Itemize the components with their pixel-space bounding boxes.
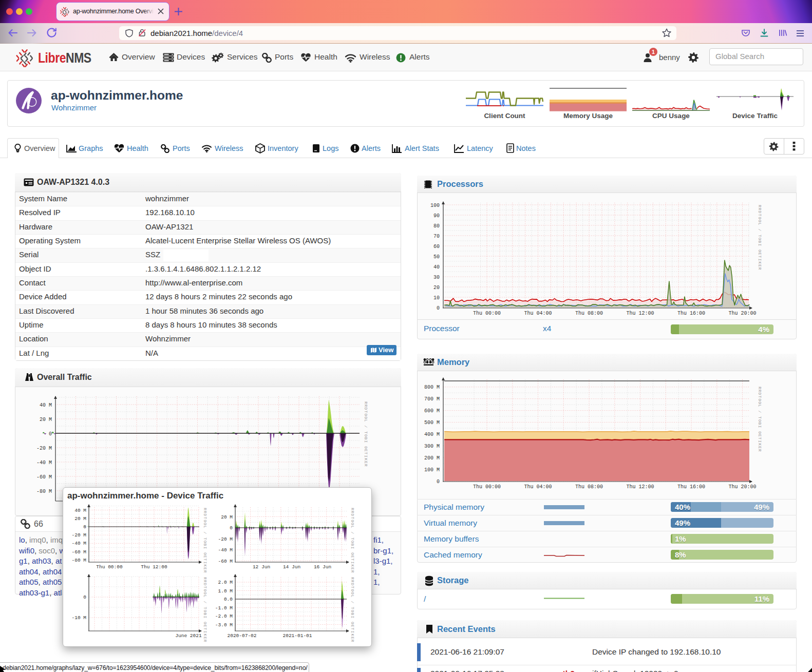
svg-text:Thu 08:00: Thu 08:00 bbox=[575, 311, 603, 316]
svg-text:0: 0 bbox=[83, 594, 86, 600]
svg-text:Thu 00:00: Thu 00:00 bbox=[473, 484, 501, 490]
svg-text:-20 M: -20 M bbox=[71, 532, 86, 538]
svg-text:100: 100 bbox=[430, 203, 440, 208]
svg-text:-20 M: -20 M bbox=[218, 536, 233, 542]
svg-text:14 Jun: 14 Jun bbox=[283, 564, 300, 570]
svg-text:-40 M: -40 M bbox=[71, 541, 86, 546]
svg-text:Thu 20:00: Thu 20:00 bbox=[728, 311, 756, 316]
svg-text:Thu 12:00: Thu 12:00 bbox=[626, 311, 654, 316]
svg-text:-60 M: -60 M bbox=[218, 559, 233, 564]
svg-text:RRDTOOL / TOBI OETIKER: RRDTOOL / TOBI OETIKER bbox=[758, 387, 762, 452]
svg-text:2.0 M: 2.0 M bbox=[218, 580, 233, 585]
svg-text:100 M: 100 M bbox=[424, 467, 440, 473]
svg-text:2020-07-02: 2020-07-02 bbox=[227, 633, 256, 639]
svg-text:-1.0 M: -1.0 M bbox=[215, 605, 233, 611]
svg-text:0: 0 bbox=[49, 431, 52, 437]
svg-text:-60 M: -60 M bbox=[71, 549, 86, 555]
svg-text:-40 M: -40 M bbox=[218, 547, 233, 553]
svg-text:20 M: 20 M bbox=[221, 514, 233, 520]
svg-text:300 M: 300 M bbox=[424, 444, 440, 449]
svg-text:60: 60 bbox=[433, 244, 440, 249]
svg-text:-2.0 M: -2.0 M bbox=[215, 613, 233, 619]
svg-text:40: 40 bbox=[433, 264, 440, 270]
svg-text:Thu 16:00: Thu 16:00 bbox=[677, 311, 705, 316]
svg-text:70: 70 bbox=[433, 234, 440, 239]
svg-text:500 M: 500 M bbox=[424, 420, 440, 426]
svg-text:800 M: 800 M bbox=[424, 385, 440, 390]
svg-text:Thu 04:00: Thu 04:00 bbox=[524, 484, 552, 490]
svg-text:Thu 00:00: Thu 00:00 bbox=[473, 311, 501, 316]
svg-text:Thu 00:00: Thu 00:00 bbox=[96, 564, 123, 570]
svg-text:400 M: 400 M bbox=[424, 432, 440, 437]
svg-text:Thu 04:00: Thu 04:00 bbox=[524, 311, 552, 316]
svg-text:Thu 20:00: Thu 20:00 bbox=[728, 484, 756, 490]
svg-text:16 Jun: 16 Jun bbox=[314, 564, 331, 570]
svg-text:40 M: 40 M bbox=[40, 402, 52, 408]
svg-text:-40 M: -40 M bbox=[36, 460, 52, 466]
svg-text:0.0: 0.0 bbox=[224, 597, 233, 602]
svg-text:1.0 M: 1.0 M bbox=[218, 588, 233, 594]
svg-text:-60 M: -60 M bbox=[36, 474, 52, 480]
svg-text:Thu 12:00: Thu 12:00 bbox=[626, 484, 654, 490]
svg-text:10: 10 bbox=[433, 295, 440, 301]
svg-text:Thu 16:00: Thu 16:00 bbox=[677, 484, 705, 490]
svg-text:RRDTOOL / TOBI OETIKER: RRDTOOL / TOBI OETIKER bbox=[758, 205, 762, 271]
svg-text:-80 M: -80 M bbox=[71, 558, 86, 563]
svg-text:Thu 12:00: Thu 12:00 bbox=[141, 564, 167, 570]
svg-text:-10 M: -10 M bbox=[71, 615, 86, 621]
svg-text:200 M: 200 M bbox=[424, 455, 440, 461]
svg-text:RRDTOOL / TOBI OETIKER: RRDTOOL / TOBI OETIKER bbox=[364, 401, 368, 467]
svg-text:700 M: 700 M bbox=[424, 396, 440, 402]
svg-text:20 M: 20 M bbox=[74, 516, 86, 522]
svg-text:0: 0 bbox=[437, 305, 440, 311]
svg-text:-80 M: -80 M bbox=[36, 489, 52, 494]
svg-text:RRDTOOL / TOBI OETIKER: RRDTOOL / TOBI OETIKER bbox=[350, 508, 355, 573]
svg-text:20: 20 bbox=[433, 285, 440, 291]
svg-text:-3.0 M: -3.0 M bbox=[215, 622, 233, 628]
svg-text:80: 80 bbox=[433, 223, 440, 229]
svg-text:-20 M: -20 M bbox=[36, 446, 52, 451]
svg-text:0: 0 bbox=[230, 525, 233, 531]
svg-text:20 M: 20 M bbox=[40, 417, 52, 423]
svg-text:RRDTOOL / TOBI OETIKER: RRDTOOL / TOBI OETIKER bbox=[203, 508, 207, 573]
svg-text:90: 90 bbox=[433, 213, 440, 219]
svg-text:RRDTOOL / TOBI OETIKER: RRDTOOL / TOBI OETIKER bbox=[350, 577, 355, 643]
svg-text:June 2021: June 2021 bbox=[175, 633, 202, 639]
svg-text:0: 0 bbox=[437, 479, 440, 485]
svg-text:12 Jun: 12 Jun bbox=[253, 564, 270, 570]
svg-text:30: 30 bbox=[433, 275, 440, 280]
svg-text:50: 50 bbox=[433, 254, 440, 260]
svg-text:600 M: 600 M bbox=[424, 408, 440, 414]
svg-text:0: 0 bbox=[83, 524, 86, 530]
svg-text:Thu 08:00: Thu 08:00 bbox=[575, 484, 603, 490]
svg-text:RRDTOOL / TOBI OETIKER: RRDTOOL / TOBI OETIKER bbox=[203, 577, 207, 643]
svg-text:2021-01-01: 2021-01-01 bbox=[282, 633, 312, 639]
svg-text:40 M: 40 M bbox=[74, 508, 86, 513]
